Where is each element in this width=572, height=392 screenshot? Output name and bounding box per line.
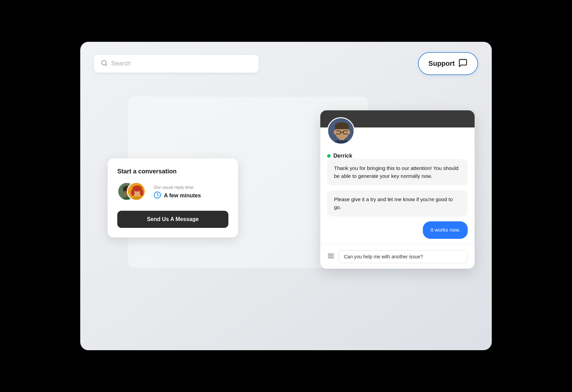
avatar-2 xyxy=(127,182,146,201)
main-container: Search Support Start a conversation xyxy=(80,42,492,350)
message-1: Thank you for bringing this to our atten… xyxy=(327,159,468,185)
reply-time-row: A few minutes xyxy=(154,191,201,200)
svg-line-1 xyxy=(106,64,107,65)
support-button-label: Support xyxy=(428,60,455,68)
top-bar: Search Support xyxy=(80,42,492,82)
card-title: Start a conversation xyxy=(117,168,228,175)
chat-panel: Derrick Thank you for bringing this to o… xyxy=(320,110,475,269)
clock-icon xyxy=(154,191,161,200)
message-2: Please give it a try and let me know if … xyxy=(327,190,468,217)
conversation-card: Start a conversation xyxy=(108,158,238,237)
online-indicator xyxy=(327,154,331,158)
chat-bubble-icon xyxy=(458,58,468,69)
reply-section: Our usual reply time A few minutes xyxy=(117,182,228,203)
menu-icon[interactable] xyxy=(327,252,335,261)
support-button[interactable]: Support xyxy=(418,52,478,75)
message-3-user: It works now. xyxy=(423,221,468,239)
reply-time: A few minutes xyxy=(164,193,201,199)
chat-agent-area xyxy=(320,117,475,145)
svg-point-12 xyxy=(131,189,134,196)
search-icon xyxy=(101,60,108,68)
avatar-stack xyxy=(117,182,148,203)
search-bar[interactable]: Search xyxy=(94,55,259,73)
reply-info: Our usual reply time A few minutes xyxy=(154,185,201,200)
svg-rect-20 xyxy=(335,125,349,129)
agent-name: Derrick xyxy=(333,153,352,159)
chat-input-area xyxy=(320,244,475,269)
search-placeholder-text: Search xyxy=(111,60,131,67)
send-message-button[interactable]: Send Us A Message xyxy=(117,211,228,228)
chat-messages: Thank you for bringing this to our atten… xyxy=(320,159,475,244)
svg-point-24 xyxy=(334,130,336,134)
reply-label: Our usual reply time xyxy=(154,185,201,190)
agent-info: Derrick xyxy=(320,150,475,159)
agent-avatar xyxy=(327,117,355,145)
svg-point-13 xyxy=(140,189,143,196)
svg-point-25 xyxy=(347,130,350,134)
chat-input-field[interactable] xyxy=(339,250,468,263)
